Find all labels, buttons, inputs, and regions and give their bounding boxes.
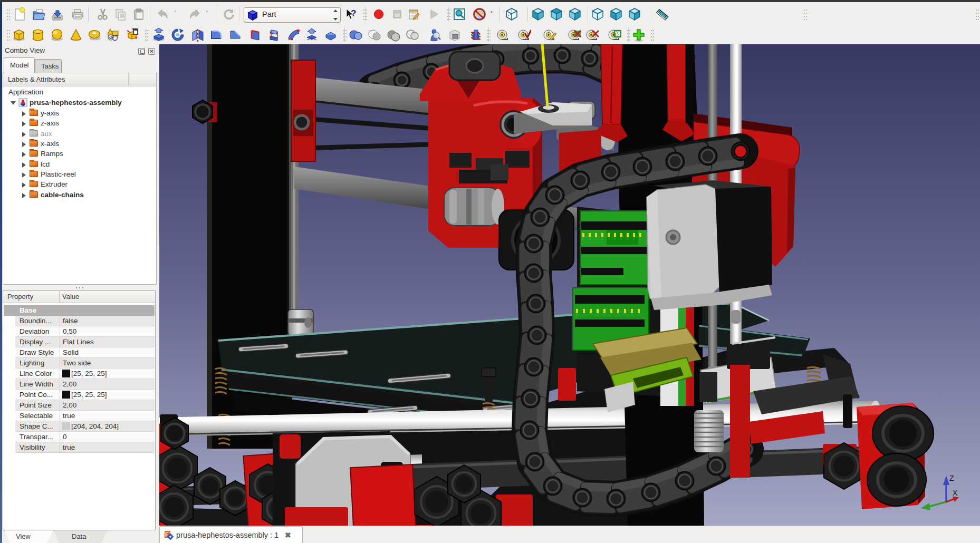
svg-text:X: X	[953, 489, 958, 497]
svg-text:Z: Z	[949, 474, 954, 482]
svg-text:?: ?	[351, 8, 356, 18]
svg-text:Y: Y	[917, 495, 922, 503]
